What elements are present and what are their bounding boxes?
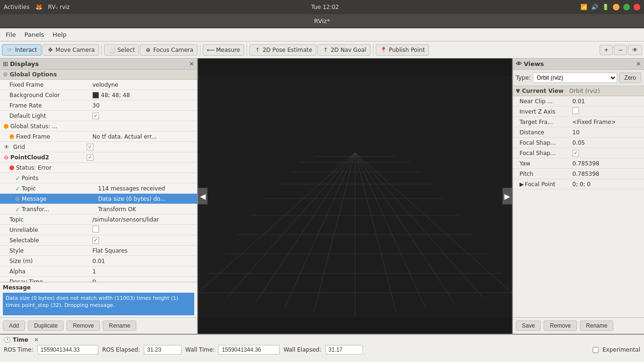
points-row[interactable]: ✓ Points — [0, 173, 197, 183]
displays-close-btn[interactable]: ✕ — [189, 60, 194, 67]
unreliable-row[interactable]: Unreliable — [0, 225, 197, 235]
focal-shape2-checkbox[interactable] — [572, 150, 579, 156]
ros-elapsed-input[interactable] — [144, 345, 182, 354]
toolbar-separator — [101, 44, 102, 56]
message-status-value: Data size (0 bytes) do... — [98, 196, 195, 202]
transform-check-icon: ✓ — [15, 206, 21, 213]
topic-prop-row[interactable]: Topic /simulator/sensors/lidar — [0, 214, 197, 225]
viewport-arrow-right[interactable]: ▶ — [503, 188, 512, 205]
wall-time-input[interactable] — [218, 345, 280, 354]
pointcloud2-checkbox[interactable] — [87, 154, 93, 161]
current-view-label: Current View — [522, 88, 563, 94]
rename-view-button[interactable]: Rename — [580, 321, 613, 331]
global-options-header[interactable]: ⚙ Global Options — [0, 70, 197, 80]
topic-status-row[interactable]: ✓ Topic 114 messages received — [0, 183, 197, 194]
pose-estimate-button[interactable]: ↑ 2D Pose Estimate — [249, 44, 316, 56]
transform-label: ✓ Transfor... — [13, 206, 98, 213]
selectable-label: Selectable — [8, 237, 92, 244]
focal-point-row[interactable]: ▶ Focal Point 0; 0; 0 — [513, 179, 644, 189]
fixed-frame-row[interactable]: Fixed Frame velodyne — [0, 80, 197, 90]
publish-point-button[interactable]: 📍 Publish Point — [376, 44, 429, 56]
toolbar-cam-btn[interactable]: 👁 — [628, 45, 642, 55]
select-button[interactable]: ⬜ Select — [104, 44, 139, 56]
grid-row[interactable]: 👁 Grid — [0, 142, 197, 152]
duplicate-button[interactable]: Duplicate — [28, 321, 64, 331]
move-camera-button[interactable]: ✥ Move Camera — [42, 44, 99, 56]
yaw-row[interactable]: Yaw 0.785398 — [513, 158, 644, 169]
toolbar-plus-btn[interactable]: + — [600, 45, 613, 55]
global-status-ff-value: No tf data. Actual err... — [92, 133, 195, 140]
frame-rate-row[interactable]: Frame Rate 30 — [0, 100, 197, 111]
nav-goal-label: 2D Nav Goal — [330, 47, 366, 53]
size-row[interactable]: Size (m) 0.01 — [0, 256, 197, 266]
invert-z-checkbox[interactable] — [572, 107, 579, 114]
interact-button[interactable]: ☞ Interact — [2, 44, 41, 56]
focal-shape2-row[interactable]: Focal Shap... — [513, 148, 644, 158]
views-panel: 👁 Views ✕ Type: Orbit (rviz) Zero ▼ Curr… — [512, 58, 644, 334]
wall-elapsed-input[interactable] — [325, 345, 363, 354]
time-close-btn[interactable]: ✕ — [34, 337, 39, 343]
3d-grid-svg — [198, 58, 512, 334]
selectable-checkbox[interactable] — [92, 237, 99, 244]
default-light-checkbox[interactable] — [92, 113, 99, 119]
message-status-row[interactable]: ⊖ Message Data size (0 bytes) do... — [0, 194, 197, 204]
focal-shape1-row[interactable]: Focal Shap... 0.05 — [513, 138, 644, 148]
menu-file[interactable]: File — [2, 30, 20, 39]
interact-label: Interact — [15, 47, 37, 53]
experimental-label: Experimental — [603, 346, 640, 353]
ros-elapsed-label: ROS Elapsed: — [102, 346, 140, 353]
views-type-select[interactable]: Orbit (rviz) — [533, 73, 618, 83]
views-reset-btn[interactable]: Zero — [619, 73, 641, 83]
displays-scroll[interactable]: ⚙ Global Options Fixed Frame velodyne Ba… — [0, 70, 197, 282]
window-close-btn[interactable] — [634, 4, 640, 10]
activities-btn[interactable]: Activities — [4, 4, 30, 10]
default-light-row[interactable]: Default Light — [0, 111, 197, 121]
toolbar-minus-btn[interactable]: − — [614, 45, 627, 55]
measure-button[interactable]: ⟵ Measure — [203, 44, 244, 56]
viewport-arrow-left[interactable]: ◀ — [198, 188, 207, 205]
wall-time-label: Wall Time: — [185, 346, 215, 353]
default-light-label: Default Light — [8, 113, 92, 119]
3d-viewport[interactable]: ◀ ▶ — [198, 58, 512, 334]
pointcloud2-row[interactable]: ⊖ PointCloud2 — [0, 152, 197, 163]
menu-help[interactable]: Help — [49, 30, 71, 39]
menu-panels[interactable]: Panels — [21, 30, 48, 39]
status-error-row[interactable]: Status: Error — [0, 163, 197, 173]
add-button[interactable]: Add — [3, 321, 25, 331]
unreliable-checkbox[interactable] — [92, 226, 99, 232]
window-minimize-btn[interactable] — [613, 4, 619, 10]
frame-rate-value: 30 — [92, 102, 195, 109]
style-row[interactable]: Style Flat Squares — [0, 246, 197, 256]
save-view-button[interactable]: Save — [516, 321, 541, 331]
views-close-btn[interactable]: ✕ — [636, 60, 641, 67]
window-maximize-btn[interactable] — [623, 4, 630, 10]
alpha-label: Alpha — [8, 268, 92, 275]
grid-checkbox[interactable] — [87, 144, 93, 150]
background-color-row[interactable]: Background Color 48; 48; 48 — [0, 90, 197, 100]
invert-z-row[interactable]: Invert Z Axis — [513, 107, 644, 117]
views-type-row: Type: Orbit (rviz) Zero — [513, 70, 644, 86]
focus-camera-button[interactable]: ⊕ Focus Camera — [140, 44, 198, 56]
ros-time-input[interactable] — [37, 345, 99, 354]
decay-time-row[interactable]: Decay Time 0 — [0, 277, 197, 282]
grid-label: 👁 Grid — [2, 144, 87, 150]
nav-goal-button[interactable]: ↑ 2D Nav Goal — [317, 44, 370, 56]
near-clip-row[interactable]: Near Clip ... 0.01 — [513, 96, 644, 107]
global-status-row[interactable]: Global Status: ... — [0, 121, 197, 132]
transform-row[interactable]: ✓ Transfor... Transform OK — [0, 204, 197, 214]
ros-time-label: ROS Time: — [4, 346, 33, 353]
global-status-ff-row[interactable]: Fixed Frame No tf data. Actual err... — [0, 132, 197, 142]
pointcloud2-minus-icon: ⊖ — [4, 154, 8, 161]
remove-view-button[interactable]: Remove — [544, 321, 577, 331]
distance-row[interactable]: Distance 10 — [513, 127, 644, 138]
rename-button[interactable]: Rename — [103, 321, 136, 331]
alpha-row[interactable]: Alpha 1 — [0, 266, 197, 277]
pitch-row[interactable]: Pitch 0.785398 — [513, 169, 644, 179]
topic-status-label: ✓ Topic — [13, 185, 98, 192]
views-scroll[interactable]: ▼ Current View Orbit (rviz) Near Clip ..… — [513, 86, 644, 317]
current-view-header[interactable]: ▼ Current View Orbit (rviz) — [513, 86, 644, 96]
selectable-row[interactable]: Selectable — [0, 235, 197, 246]
remove-button[interactable]: Remove — [66, 321, 100, 331]
target-frame-row[interactable]: Target Fra... <Fixed Frame> — [513, 117, 644, 127]
experimental-checkbox[interactable] — [593, 347, 599, 353]
